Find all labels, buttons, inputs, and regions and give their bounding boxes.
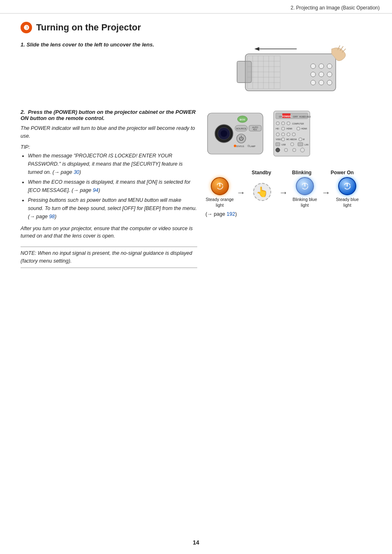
arrow-ref: (→ page 192) (205, 211, 362, 217)
svg-point-20 (311, 80, 316, 85)
power-symbol-solid (343, 182, 352, 191)
svg-text:HD: HD (276, 127, 279, 130)
svg-point-66 (281, 138, 285, 141)
svg-point-52 (276, 122, 279, 125)
orange-light-label: Steady orange light (205, 197, 234, 208)
svg-point-19 (327, 72, 332, 77)
svg-rect-73 (298, 143, 303, 146)
bullet-1: When the message "PROJECTOR IS LOCKED! E… (28, 152, 197, 176)
bullet-2: When the ECO message is displayed, it me… (28, 178, 197, 194)
svg-text:ADJ.: ADJ. (253, 128, 258, 131)
arrow-1: → (236, 187, 247, 198)
step2-left: 2. Press the (POWER) button on the proje… (21, 109, 197, 268)
link-30[interactable]: 30 (74, 169, 79, 175)
power-symbol-orange (215, 182, 224, 191)
step2-bold: Press the (POWER) button on the projecto… (21, 109, 196, 121)
svg-point-61 (276, 133, 279, 136)
standby-header: Standby (242, 170, 281, 175)
svg-point-54 (287, 122, 290, 125)
svg-point-17 (311, 72, 316, 77)
finger-press-icon: 👆 (253, 183, 271, 201)
step2-right: ECO SOURCE AUTO ADJ. ⏻ STATUS (205, 109, 380, 268)
orange-light-icon (211, 177, 229, 195)
svg-point-21 (319, 80, 324, 85)
svg-text:STATUS: STATUS (236, 145, 244, 148)
step1-row: 1. Slide the lens cover to the left to u… (21, 42, 380, 99)
link-94[interactable]: 94 (93, 187, 99, 193)
section-title-text: Turning on the Projector (36, 22, 141, 33)
step2-row: 2. Press the (POWER) button on the proje… (21, 109, 380, 268)
svg-text:ECO: ECO (240, 118, 245, 121)
note-box: NOTE: When no input signal is present, t… (21, 247, 197, 268)
step2-body: The POWER indicator will turn to blue an… (21, 125, 197, 140)
arrow-2: → (278, 187, 289, 198)
svg-point-62 (281, 133, 285, 136)
svg-point-64 (292, 133, 295, 136)
svg-text:COMPUTER: COMPUTER (292, 122, 304, 125)
svg-point-18 (319, 72, 324, 77)
link-192[interactable]: 192 (226, 211, 235, 217)
svg-text:USB: USB (281, 143, 286, 146)
svg-point-72 (291, 143, 294, 146)
svg-text:HDMI: HDMI (286, 127, 293, 130)
control-panels: ECO SOURCE AUTO ADJ. ⏻ STATUS (205, 109, 313, 158)
svg-point-53 (281, 122, 285, 125)
svg-text:LAN: LAN (304, 143, 309, 146)
page-header: 2. Projecting an Image (Basic Operation) (0, 0, 392, 14)
header-text: 2. Projecting an Image (Basic Operation) (291, 5, 380, 11)
indicator-icons-row: Steady orange light → 👆 → (205, 177, 362, 208)
step1-left: 1. Slide the lens cover to the left to u… (21, 42, 197, 99)
svg-rect-2 (237, 61, 245, 83)
svg-point-14 (311, 64, 316, 69)
projector-top-image (233, 42, 352, 99)
blue-blink-label: Blinking blue light (291, 197, 319, 208)
blinking-header: Blinking (282, 170, 321, 175)
svg-point-57 (281, 127, 285, 130)
projector-front-panel: ECO SOURCE AUTO ADJ. ⏻ STATUS (205, 109, 265, 158)
svg-text:MC-MEDIA: MC-MEDIA (286, 138, 297, 141)
blue-solid-icon (338, 177, 356, 195)
svg-point-68 (299, 138, 302, 141)
svg-text:KUED.ADJ: KUED.ADJ (300, 115, 311, 118)
svg-rect-70 (276, 143, 280, 146)
svg-point-75 (276, 148, 280, 152)
svg-text:M: M (303, 138, 304, 141)
svg-point-76 (284, 148, 288, 152)
arrow-3: → (321, 187, 332, 198)
indicator-table: Standby Blinking Power On St (205, 170, 362, 217)
section-number: ❸ (21, 22, 32, 33)
indicator-section-headers: Standby Blinking Power On (205, 170, 362, 175)
link-98[interactable]: 98 (49, 214, 55, 219)
svg-text:POWER: POWER (282, 115, 291, 118)
svg-point-59 (297, 127, 300, 130)
svg-point-63 (287, 133, 290, 136)
svg-text:VIDEO: VIDEO (276, 138, 282, 141)
svg-point-31 (221, 130, 227, 137)
section-title: ❸ Turning on the Projector (21, 22, 380, 33)
step2-label: 2. Press the (POWER) button on the proje… (21, 109, 197, 121)
remote-side-panel: ON POWER OFF KUED.ADJ COMPUTER HD HDMI (272, 109, 313, 158)
step1-right (205, 42, 380, 99)
blue-blink-icon (296, 177, 314, 195)
svg-point-15 (319, 64, 324, 69)
svg-text:SOURCE: SOURCE (236, 127, 247, 130)
svg-text:LAMP: LAMP (250, 145, 256, 148)
indicator-blue-blink: Blinking blue light (291, 177, 319, 208)
note-text: NOTE: When no input signal is present, t… (21, 250, 192, 264)
svg-text:HDMI: HDMI (301, 127, 307, 130)
bullet-3: Pressing buttons such as power button an… (28, 196, 197, 221)
svg-point-77 (293, 148, 296, 152)
after-tip: After you turn on your projector, ensure… (21, 225, 197, 240)
power-symbol-blink (300, 182, 309, 191)
tip-bullets: When the message "PROJECTOR IS LOCKED! E… (21, 152, 197, 221)
indicator-finger: 👆 (248, 183, 277, 203)
svg-text:⏻: ⏻ (239, 136, 244, 141)
indicator-blue-solid: Steady blue light (333, 177, 362, 208)
blue-solid-label: Steady blue light (333, 197, 362, 208)
page-number: 14 (193, 539, 199, 546)
svg-point-78 (300, 148, 304, 152)
tip-label: TIP: (21, 144, 197, 150)
step1-label: 1. Slide the lens cover to the left to u… (21, 42, 197, 48)
svg-point-16 (327, 64, 332, 69)
indicator-orange: Steady orange light (205, 177, 234, 208)
